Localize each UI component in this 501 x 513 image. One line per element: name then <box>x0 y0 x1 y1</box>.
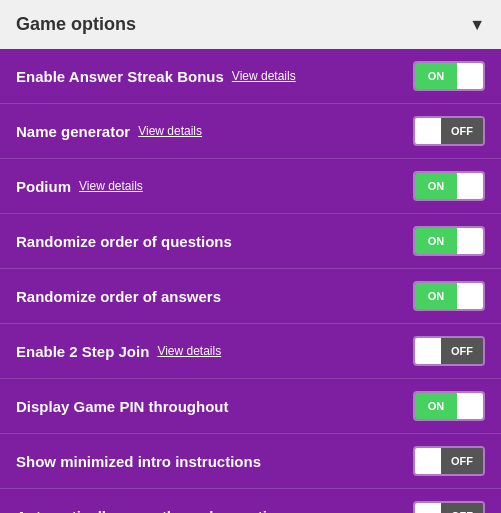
toggle-on-label-randomize-questions: ON <box>415 228 457 254</box>
toggle-off-label-show-minimized-intro: OFF <box>441 448 483 474</box>
toggle-wrap-enable-2-step-join[interactable]: OFF <box>413 336 485 366</box>
options-container: Enable Answer Streak BonusView detailsON… <box>0 49 501 513</box>
option-label-enable-2-step-join: Enable 2 Step JoinView details <box>16 343 221 360</box>
toggle-thumb-enable-2-step-join <box>415 338 441 364</box>
toggle-on-label-answer-streak-bonus: ON <box>415 63 457 89</box>
option-text-randomize-answers: Randomize order of answers <box>16 288 221 305</box>
option-text-show-minimized-intro: Show minimized intro instructions <box>16 453 261 470</box>
option-row-randomize-questions: Randomize order of questionsON <box>0 214 501 269</box>
option-text-auto-move-questions: Automatically move through questions <box>16 508 294 514</box>
toggle-wrap-randomize-questions[interactable]: ON <box>413 226 485 256</box>
option-label-display-game-pin: Display Game PIN throughout <box>16 398 229 415</box>
option-text-randomize-questions: Randomize order of questions <box>16 233 232 250</box>
toggle-wrap-display-game-pin[interactable]: ON <box>413 391 485 421</box>
toggle-thumb-show-minimized-intro <box>415 448 441 474</box>
toggle-wrap-randomize-answers[interactable]: ON <box>413 281 485 311</box>
option-row-name-generator: Name generatorView detailsOFF <box>0 104 501 159</box>
option-row-auto-move-questions: Automatically move through questionsOFF <box>0 489 501 513</box>
toggle-wrap-name-generator[interactable]: OFF <box>413 116 485 146</box>
toggle-randomize-answers[interactable]: ON <box>413 281 485 311</box>
header-title: Game options <box>16 14 136 35</box>
toggle-podium[interactable]: ON <box>413 171 485 201</box>
toggle-wrap-podium[interactable]: ON <box>413 171 485 201</box>
option-text-podium: Podium <box>16 178 71 195</box>
view-details-link-name-generator[interactable]: View details <box>138 124 202 138</box>
toggle-off-label-auto-move-questions: OFF <box>441 503 483 513</box>
toggle-thumb-randomize-questions <box>457 228 483 254</box>
header[interactable]: Game options ▼ <box>0 0 501 49</box>
toggle-on-label-display-game-pin: ON <box>415 393 457 419</box>
toggle-thumb-answer-streak-bonus <box>457 63 483 89</box>
option-row-display-game-pin: Display Game PIN throughoutON <box>0 379 501 434</box>
toggle-thumb-name-generator <box>415 118 441 144</box>
option-label-podium: PodiumView details <box>16 178 143 195</box>
option-text-name-generator: Name generator <box>16 123 130 140</box>
toggle-thumb-display-game-pin <box>457 393 483 419</box>
toggle-auto-move-questions[interactable]: OFF <box>413 501 485 513</box>
option-label-auto-move-questions: Automatically move through questions <box>16 508 294 514</box>
view-details-link-podium[interactable]: View details <box>79 179 143 193</box>
option-row-show-minimized-intro: Show minimized intro instructionsOFF <box>0 434 501 489</box>
option-row-randomize-answers: Randomize order of answersON <box>0 269 501 324</box>
toggle-thumb-podium <box>457 173 483 199</box>
toggle-name-generator[interactable]: OFF <box>413 116 485 146</box>
option-text-answer-streak-bonus: Enable Answer Streak Bonus <box>16 68 224 85</box>
option-label-answer-streak-bonus: Enable Answer Streak BonusView details <box>16 68 296 85</box>
option-row-podium: PodiumView detailsON <box>0 159 501 214</box>
option-text-display-game-pin: Display Game PIN throughout <box>16 398 229 415</box>
toggle-show-minimized-intro[interactable]: OFF <box>413 446 485 476</box>
option-text-enable-2-step-join: Enable 2 Step Join <box>16 343 149 360</box>
toggle-wrap-show-minimized-intro[interactable]: OFF <box>413 446 485 476</box>
option-label-show-minimized-intro: Show minimized intro instructions <box>16 453 261 470</box>
toggle-randomize-questions[interactable]: ON <box>413 226 485 256</box>
option-row-answer-streak-bonus: Enable Answer Streak BonusView detailsON <box>0 49 501 104</box>
toggle-thumb-randomize-answers <box>457 283 483 309</box>
view-details-link-answer-streak-bonus[interactable]: View details <box>232 69 296 83</box>
header-arrow: ▼ <box>469 16 485 34</box>
view-details-link-enable-2-step-join[interactable]: View details <box>157 344 221 358</box>
toggle-thumb-auto-move-questions <box>415 503 441 513</box>
toggle-display-game-pin[interactable]: ON <box>413 391 485 421</box>
toggle-off-label-name-generator: OFF <box>441 118 483 144</box>
toggle-off-label-enable-2-step-join: OFF <box>441 338 483 364</box>
toggle-on-label-randomize-answers: ON <box>415 283 457 309</box>
toggle-wrap-auto-move-questions[interactable]: OFF <box>413 501 485 513</box>
option-row-enable-2-step-join: Enable 2 Step JoinView detailsOFF <box>0 324 501 379</box>
option-label-randomize-questions: Randomize order of questions <box>16 233 232 250</box>
toggle-wrap-answer-streak-bonus[interactable]: ON <box>413 61 485 91</box>
toggle-enable-2-step-join[interactable]: OFF <box>413 336 485 366</box>
toggle-on-label-podium: ON <box>415 173 457 199</box>
option-label-name-generator: Name generatorView details <box>16 123 202 140</box>
option-label-randomize-answers: Randomize order of answers <box>16 288 221 305</box>
toggle-answer-streak-bonus[interactable]: ON <box>413 61 485 91</box>
